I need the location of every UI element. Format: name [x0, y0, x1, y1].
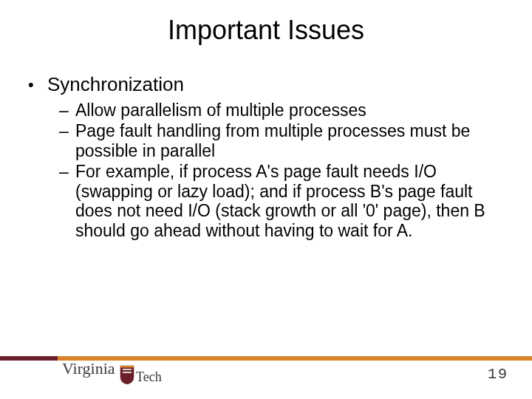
- svg-rect-0: [123, 369, 132, 370]
- slide: Important Issues • Synchronization – All…: [0, 0, 532, 399]
- sub-text: Page fault handling from multiple proces…: [75, 121, 495, 160]
- dash-icon: –: [59, 100, 75, 120]
- list-item: – Page fault handling from multiple proc…: [59, 121, 495, 160]
- svg-rect-2: [120, 366, 134, 368]
- sub-text: Allow parallelism of multiple processes: [75, 100, 495, 120]
- page-number: 19: [488, 366, 508, 383]
- list-item: – Allow parallelism of multiple processe…: [59, 100, 495, 120]
- slide-title: Important Issues: [0, 15, 532, 46]
- svg-rect-1: [123, 372, 132, 373]
- list-item: – For example, if process A's page fault…: [59, 162, 495, 240]
- sublist: – Allow parallelism of multiple processe…: [59, 100, 495, 240]
- slide-body: • Synchronization – Allow parallelism of…: [28, 74, 495, 242]
- bullet-icon: •: [28, 74, 47, 96]
- shield-icon: [120, 365, 134, 384]
- sub-text: For example, if process A's page fault n…: [75, 162, 495, 240]
- dash-icon: –: [59, 162, 75, 181]
- virginia-tech-logo: Virginia Tech: [62, 359, 166, 389]
- dash-icon: –: [59, 121, 75, 140]
- bullet-text: Synchronization: [47, 74, 495, 96]
- list-item: • Synchronization: [28, 74, 495, 96]
- logo-word-virginia: Virginia: [62, 359, 115, 378]
- divider-maroon: [0, 356, 58, 361]
- logo-word-tech: Tech: [136, 369, 162, 385]
